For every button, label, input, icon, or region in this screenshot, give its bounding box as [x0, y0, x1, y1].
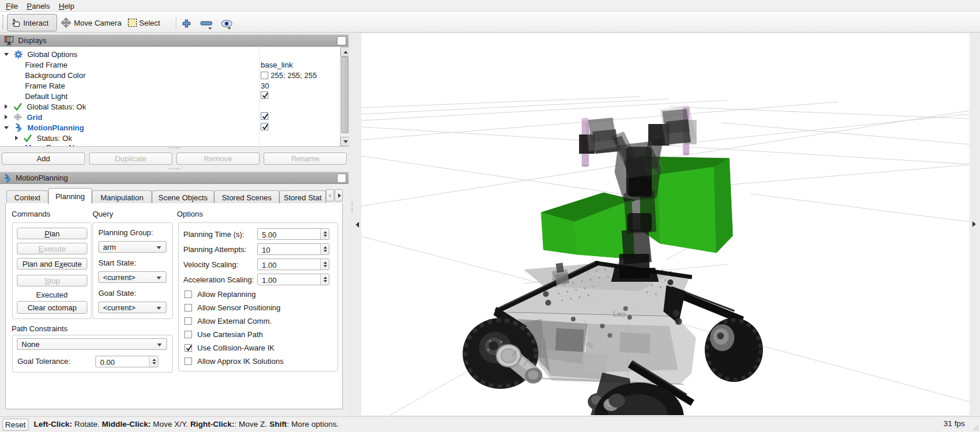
svg-text:Leo: Leo [613, 309, 626, 318]
svg-text:og: og [585, 340, 593, 348]
